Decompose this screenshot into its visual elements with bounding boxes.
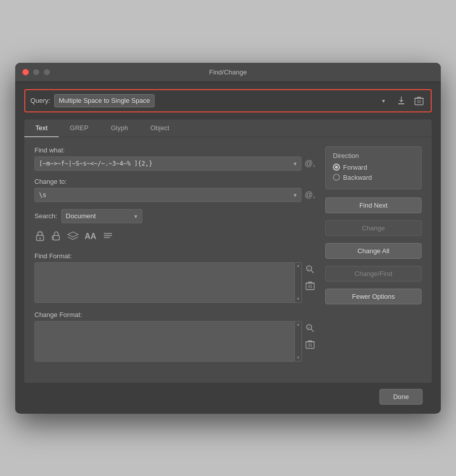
- fewer-options-button[interactable]: Fewer Options: [325, 289, 422, 304]
- main-panel: Text GREP Glyph Object Find what: @,: [24, 120, 432, 383]
- search-label: Search:: [34, 212, 57, 220]
- find-next-button[interactable]: Find Next: [325, 197, 422, 213]
- minimize-button[interactable]: [33, 69, 40, 75]
- change-button[interactable]: Change: [325, 220, 422, 236]
- svg-point-4: [40, 237, 41, 239]
- change-format-side-icons: T: [305, 321, 315, 351]
- find-format-box-wrapper: ▲ ▼ T: [34, 262, 315, 303]
- toolbar-icons: AA: [34, 230, 315, 244]
- tab-glyph[interactable]: Glyph: [100, 120, 139, 137]
- find-format-side-icons: T: [305, 262, 315, 293]
- search-select-wrapper: Document Story Selection All Documents: [61, 209, 142, 223]
- forward-radio[interactable]: [333, 164, 340, 171]
- search-row: Search: Document Story Selection All Doc…: [34, 209, 315, 223]
- svg-rect-5: [53, 235, 59, 240]
- lock-doc-icon[interactable]: [51, 230, 62, 244]
- find-format-delete-icon[interactable]: [306, 281, 315, 293]
- change-format-box-wrapper: ▲ ▼ T: [34, 321, 315, 362]
- close-button[interactable]: [22, 69, 29, 75]
- change-to-input[interactable]: [34, 188, 301, 202]
- change-to-wrapper: [34, 188, 301, 202]
- query-select-wrapper: Multiple Space to Single Space Custom Qu…: [54, 94, 390, 107]
- tab-text[interactable]: Text: [24, 120, 59, 137]
- lock-icon[interactable]: [34, 230, 46, 244]
- change-format-box: ▲ ▼: [34, 321, 302, 362]
- find-what-row: @,: [34, 156, 315, 171]
- maximize-button[interactable]: [44, 69, 50, 75]
- find-change-window: Find/Change Query: Multiple Space to Sin…: [15, 63, 441, 414]
- footer: Done: [24, 383, 432, 405]
- window-title: Find/Change: [209, 68, 247, 76]
- svg-marker-7: [68, 232, 78, 237]
- find-format-scrollbar[interactable]: ▲ ▼: [294, 263, 301, 302]
- forward-radio-row[interactable]: Forward: [333, 164, 414, 171]
- save-query-button[interactable]: [394, 95, 408, 107]
- panel-body: Find what: @, Change to: @,: [24, 137, 432, 375]
- change-format-search-icon[interactable]: T: [305, 323, 315, 335]
- svg-rect-21: [306, 342, 314, 348]
- right-column: Direction Forward Backward Find Next Cha…: [325, 146, 422, 370]
- find-format-label: Find Format:: [34, 252, 315, 260]
- scroll-up-arrow2[interactable]: ▲: [296, 323, 300, 327]
- query-select[interactable]: Multiple Space to Single Space Custom Qu…: [54, 94, 155, 107]
- find-format-section: Find Format: ▲ ▼: [34, 252, 315, 303]
- backward-radio[interactable]: [333, 174, 340, 181]
- scroll-up-arrow[interactable]: ▲: [296, 264, 300, 268]
- query-row: Query: Multiple Space to Single Space Cu…: [24, 89, 432, 112]
- change-format-label: Change Format:: [34, 311, 315, 319]
- svg-line-13: [311, 270, 314, 273]
- change-format-delete-icon[interactable]: [306, 339, 315, 351]
- forward-label: Forward: [343, 164, 367, 171]
- change-to-row: @,: [34, 188, 315, 202]
- change-find-button[interactable]: Change/Find: [325, 266, 422, 282]
- change-at-icon[interactable]: @,: [305, 190, 315, 200]
- find-format-search-icon[interactable]: T: [305, 264, 315, 276]
- direction-title: Direction: [333, 152, 414, 160]
- find-format-box: ▲ ▼: [34, 262, 302, 303]
- window-content: Query: Multiple Space to Single Space Cu…: [15, 82, 441, 414]
- svg-rect-15: [306, 283, 314, 290]
- backward-label: Backward: [343, 174, 372, 181]
- change-all-button[interactable]: Change All: [325, 243, 422, 259]
- scroll-down-arrow[interactable]: ▼: [296, 297, 300, 301]
- change-format-section: Change Format: ▲ ▼: [34, 311, 315, 362]
- scroll-down-arrow2[interactable]: ▼: [296, 356, 300, 360]
- find-what-wrapper: [34, 156, 301, 171]
- left-column: Find what: @, Change to: @,: [34, 146, 315, 370]
- search-select[interactable]: Document Story Selection All Documents: [61, 209, 142, 223]
- change-format-scrollbar[interactable]: ▲ ▼: [294, 322, 301, 361]
- text-case-icon[interactable]: AA: [84, 230, 97, 244]
- layers-icon[interactable]: [67, 230, 79, 244]
- change-to-label: Change to:: [34, 178, 315, 185]
- find-what-label: Find what:: [34, 146, 315, 154]
- svg-rect-6: [52, 235, 53, 240]
- svg-rect-0: [415, 98, 423, 105]
- svg-text:AA: AA: [85, 232, 97, 241]
- direction-box: Direction Forward Backward: [325, 146, 422, 189]
- backward-radio-row[interactable]: Backward: [333, 174, 414, 181]
- delete-query-button[interactable]: [412, 95, 426, 107]
- svg-line-19: [311, 329, 314, 332]
- tab-object[interactable]: Object: [139, 120, 181, 137]
- tab-grep[interactable]: GREP: [59, 120, 100, 137]
- tabs: Text GREP Glyph Object: [24, 120, 432, 137]
- find-what-input[interactable]: [34, 156, 301, 171]
- done-button[interactable]: Done: [379, 389, 423, 405]
- paragraph-icon[interactable]: [102, 230, 113, 244]
- traffic-lights: [22, 69, 50, 75]
- find-at-icon[interactable]: @,: [305, 159, 315, 168]
- query-label: Query:: [30, 97, 50, 104]
- titlebar: Find/Change: [15, 63, 441, 82]
